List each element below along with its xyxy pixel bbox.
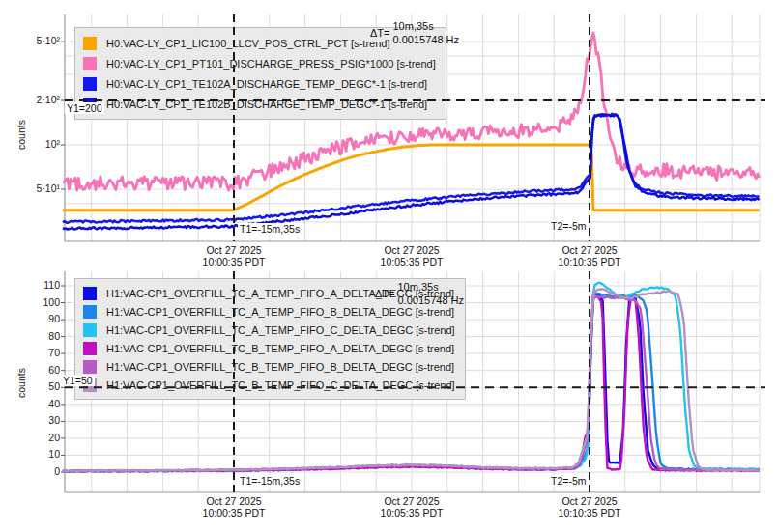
legend-swatch-icon	[83, 287, 97, 300]
y-tick-label: 70	[0, 347, 60, 358]
delta-t-prefix: ΔT=	[370, 27, 390, 39]
x-tick-label: Oct 27 202510:00:35 PDT	[186, 244, 282, 267]
x-tick-date: Oct 27 2025	[541, 495, 638, 507]
y-tick-label: 40	[0, 398, 60, 409]
x-tick-label: Oct 27 202510:05:35 PDT	[363, 244, 460, 267]
legend-swatch-icon	[83, 305, 97, 319]
y-tick-label: 5·10²	[0, 35, 60, 46]
x-tick-date: Oct 27 2025	[186, 244, 282, 256]
y-tick-label: 10	[0, 448, 60, 460]
x-tick-time: 10:10:35 PDT	[541, 256, 638, 267]
legend-item-label: H0:VAC-LY_CP1_PT101_DISCHARGE_PRESS_PSIG…	[106, 58, 436, 70]
legend-item-label: H1:VAC-CP1_OVERFILL_TC_B_TEMP_FIFO_C_DEL…	[106, 379, 455, 391]
y-tick-label: 50	[0, 380, 60, 392]
legend-item[interactable]: H1:VAC-CP1_OVERFILL_TC_A_TEMP_FIFO_C_DEL…	[83, 321, 455, 339]
y-tick-label: 110	[0, 279, 60, 291]
legend-item[interactable]: H1:VAC-CP1_OVERFILL_TC_B_TEMP_FIFO_A_DEL…	[83, 339, 455, 357]
legend-item-label: H0:VAC-LY_CP1_TE102A_DISCHARGE_TEMP_DEGC…	[106, 78, 427, 90]
y-tick-label: 5·10¹	[0, 182, 60, 194]
x-tick-date: Oct 27 2025	[363, 244, 460, 256]
legend-item[interactable]: H1:VAC-CP1_OVERFILL_TC_B_TEMP_FIFO_B_DEL…	[83, 357, 455, 376]
delta-t-prefix: ΔT=	[375, 288, 395, 299]
x-tick-time: 10:05:35 PDT	[363, 256, 460, 267]
y-tick-label: 60	[0, 364, 60, 376]
legend-item[interactable]: H0:VAC-LY_CP1_TE102B_DISCHARGE_TEMP_DEGC…	[83, 94, 436, 114]
delta-t-annotation-bottom: ΔT= 10m,35s 0.0015748 Hz	[375, 280, 464, 307]
legend-swatch-icon	[83, 323, 97, 337]
y-tick-label: 30	[0, 414, 60, 426]
y-tick-label: 10²	[0, 138, 60, 150]
legend-item-label: H1:VAC-CP1_OVERFILL_TC_B_TEMP_FIFO_A_DEL…	[106, 343, 454, 354]
x-tick-time: 10:00:35 PDT	[186, 507, 282, 518]
y-tick-label: 0	[0, 465, 60, 477]
legend-item-label: H1:VAC-CP1_OVERFILL_TC_A_TEMP_FIFO_C_DEL…	[106, 324, 455, 336]
legend-item-label: H0:VAC-LY_CP1_TE102B_DISCHARGE_TEMP_DEGC…	[106, 98, 427, 110]
legend-swatch-icon	[83, 77, 97, 91]
t1-cursor-label-bottom[interactable]: T1=-15m,35s	[238, 475, 302, 487]
y1-cursor-label-top[interactable]: Y1=200	[65, 102, 104, 114]
x-tick-time: 10:10:35 PDT	[541, 507, 638, 518]
legend-item[interactable]: H0:VAC-LY_CP1_PT101_DISCHARGE_PRESS_PSIG…	[83, 53, 436, 73]
x-tick-time: 10:05:35 PDT	[363, 507, 460, 518]
y-tick-label: 2·10²	[0, 94, 60, 105]
x-tick-time: 10:00:35 PDT	[186, 256, 282, 267]
delta-t-annotation-top: ΔT= 10m,35s 0.0015748 Hz	[370, 19, 459, 46]
legend-item-label: H0:VAC-LY_CP1_LIC100_LLCV_POS_CTRL_PCT […	[106, 38, 389, 49]
y-tick-label: 80	[0, 330, 60, 342]
x-tick-date: Oct 27 2025	[541, 244, 638, 256]
legend-swatch-icon	[83, 37, 97, 50]
x-tick-label: Oct 27 202510:10:35 PDT	[541, 244, 638, 267]
legend-item-label: H1:VAC-CP1_OVERFILL_TC_A_TEMP_FIFO_B_DEL…	[106, 306, 454, 318]
delta-t-time: 10m,35s	[398, 280, 465, 294]
legend-swatch-icon	[83, 360, 97, 374]
t1-cursor-label-top[interactable]: T1=-15m,35s	[238, 223, 302, 235]
legend-item-label: H1:VAC-CP1_OVERFILL_TC_B_TEMP_FIFO_B_DEL…	[106, 361, 454, 373]
t2-cursor-label-bottom[interactable]: T2=-5m	[549, 475, 588, 487]
trend-viewer: counts counts H0:VAC-LY_CP1_LIC100_LLCV_…	[0, 0, 777, 532]
t2-cursor-label-top[interactable]: T2=-5m	[549, 220, 588, 232]
legend-swatch-icon	[83, 342, 97, 355]
x-tick-label: Oct 27 202510:00:35 PDT	[186, 495, 282, 518]
y1-cursor-label-bottom[interactable]: Y1=50	[61, 375, 95, 386]
x-tick-date: Oct 27 2025	[186, 495, 282, 507]
legend-item[interactable]: H0:VAC-LY_CP1_TE102A_DISCHARGE_TEMP_DEGC…	[83, 73, 436, 94]
x-tick-label: Oct 27 202510:05:35 PDT	[363, 495, 460, 518]
y-tick-label: 90	[0, 313, 60, 324]
y-tick-label: 20	[0, 432, 60, 443]
x-tick-date: Oct 27 2025	[363, 495, 460, 507]
legend-swatch-icon	[83, 57, 97, 70]
delta-t-frequency: 0.0015748 Hz	[393, 33, 460, 46]
x-tick-label: Oct 27 202510:10:35 PDT	[541, 495, 638, 518]
legend-item[interactable]: H1:VAC-CP1_OVERFILL_TC_B_TEMP_FIFO_C_DEL…	[83, 376, 455, 394]
y-tick-label: 100	[0, 296, 60, 308]
delta-t-time: 10m,35s	[393, 19, 460, 33]
delta-t-frequency: 0.0015748 Hz	[398, 294, 465, 307]
